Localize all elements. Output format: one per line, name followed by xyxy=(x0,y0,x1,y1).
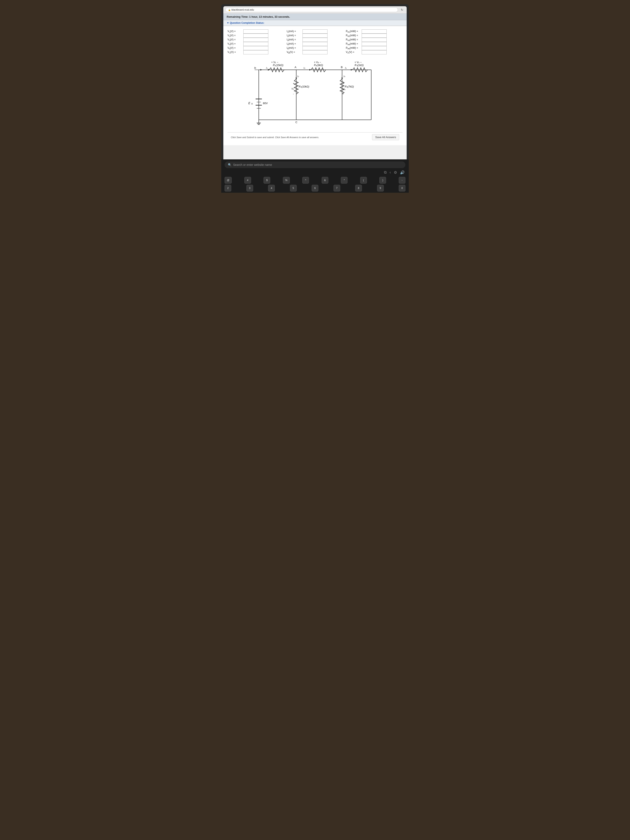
key-open-paren[interactable]: ( xyxy=(360,177,367,183)
input-row-v3: V3(V) = xyxy=(227,38,284,42)
save-all-answers-button[interactable]: Save All Answers xyxy=(372,134,399,140)
label-i5: I5(mA) = xyxy=(287,46,301,50)
chevron-left-icon[interactable]: ‹ xyxy=(390,170,391,175)
label-v4: V4(V) = xyxy=(227,42,242,46)
v4-minus: - xyxy=(343,93,344,95)
search-icon: 🔍 xyxy=(228,163,232,166)
reload-button[interactable]: ↻ xyxy=(399,8,404,12)
key-4[interactable]: 4 xyxy=(268,185,275,191)
input-vc[interactable] xyxy=(362,50,387,54)
input-row-pr5: PR5(mW) = xyxy=(346,46,403,50)
input-row-vc: VC(V) = xyxy=(346,50,403,54)
circuit-svg: E ≡ 80V R₁(15kΩ) I₁ xyxy=(242,57,388,130)
node-b-label: B xyxy=(341,66,343,69)
key-2[interactable]: 2 xyxy=(224,185,231,191)
completion-bar[interactable]: ▼ Question Completion Status: xyxy=(223,20,407,26)
input-row-i5: I5(mA) = xyxy=(287,46,343,50)
input-row-v4: V4(V) = xyxy=(227,42,284,46)
key-0[interactable]: 0 xyxy=(399,185,406,191)
i2-label: I₂ xyxy=(297,75,299,77)
middle-column: I1(mA) = I2(mA) = I3(mA) = I4(mA) = xyxy=(287,29,343,54)
v2-plus: + xyxy=(293,82,294,85)
input-vb[interactable] xyxy=(303,50,327,54)
label-v3: V3(V) = xyxy=(227,38,242,41)
input-i4[interactable] xyxy=(303,42,327,46)
input-i3[interactable] xyxy=(303,38,327,42)
label-vb: VB(V) = xyxy=(287,51,301,54)
input-row-i2: I2(mA) = xyxy=(287,33,343,38)
e-value-label: 80V xyxy=(263,102,268,105)
input-row-vb: VB(V) = xyxy=(287,50,343,54)
key-7[interactable]: 7 xyxy=(333,185,340,191)
input-pr1[interactable] xyxy=(362,29,387,33)
input-row-v2: V2(V) = xyxy=(227,33,284,38)
key-9[interactable]: 9 xyxy=(377,185,384,191)
input-pr4[interactable] xyxy=(362,42,387,46)
key-6[interactable]: 6 xyxy=(312,185,318,191)
key-hash[interactable]: # xyxy=(245,177,251,183)
timer-text: Remaining Time: 1 hour, 13 minutes, 33 s… xyxy=(227,15,290,18)
key-3[interactable]: 3 xyxy=(246,185,253,191)
label-i1: I1(mA) = xyxy=(287,30,301,33)
key-ampersand[interactable]: & xyxy=(322,177,328,183)
input-v5[interactable] xyxy=(243,46,268,50)
key-percent[interactable]: % xyxy=(283,177,290,183)
label-v1: V1(V) = xyxy=(227,30,242,33)
input-row-pr1: PR1(mW) = xyxy=(346,29,403,33)
key-asterisk[interactable]: * xyxy=(341,177,347,183)
input-v4[interactable] xyxy=(243,42,268,46)
label-pr1: PR1(mW) = xyxy=(346,30,360,33)
label-vc: VC(V) = xyxy=(346,51,360,54)
v5-label: + V₅ − xyxy=(355,61,362,64)
volume-icon[interactable]: 🔊 xyxy=(400,170,404,175)
label-pr5: PR5(mW) = xyxy=(346,46,360,50)
keyboard-bar: 🔍 Search or enter website name ⧉ ‹ ⚙ 🔊 @… xyxy=(221,159,409,193)
input-pr5[interactable] xyxy=(362,46,387,50)
r1-label: R₁(15kΩ) xyxy=(273,64,283,67)
input-row-pr4: PR4(mW) = xyxy=(346,42,403,46)
input-pr2[interactable] xyxy=(362,33,387,38)
address-bar[interactable]: 🔒 blackboard.ncat.edu xyxy=(226,8,398,12)
i4-arrow xyxy=(341,78,343,79)
input-row-i4: I4(mA) = xyxy=(287,42,343,46)
input-va[interactable] xyxy=(243,50,268,54)
r2-label: R₂(10kΩ) xyxy=(299,85,309,88)
label-i4: I4(mA) = xyxy=(287,42,301,46)
is-arrow xyxy=(261,69,262,71)
left-column: V1(V) = V2(V) = V3(V) = V4(V) = xyxy=(227,29,284,54)
input-i5[interactable] xyxy=(303,46,327,50)
input-pr3[interactable] xyxy=(362,38,387,42)
i3-label: I₃ xyxy=(303,67,305,69)
label-v5: V5(V) = xyxy=(227,46,242,50)
r5-label: R₅(1kΩ) xyxy=(355,64,363,67)
settings-icon[interactable]: ⚙ xyxy=(394,170,397,175)
key-caret[interactable]: ^ xyxy=(302,177,309,183)
i5-label: I₅ xyxy=(345,67,347,69)
input-grid: V1(V) = V2(V) = V3(V) = V4(V) = xyxy=(227,29,403,54)
input-v3[interactable] xyxy=(243,38,268,42)
battery-equal: ≡ xyxy=(251,102,253,105)
input-i2[interactable] xyxy=(303,33,327,38)
input-row-i3: I3(mA) = xyxy=(287,38,343,42)
v2-minus: - xyxy=(293,93,294,95)
i1-label: I₁ xyxy=(266,67,267,69)
input-v2[interactable] xyxy=(243,33,268,38)
input-row-pr3: PR3(mW) = xyxy=(346,38,403,42)
key-5[interactable]: 5 xyxy=(290,185,297,191)
footer-instructions: Click Save and Submit to save and submit… xyxy=(231,136,319,139)
tab-switcher-icon[interactable]: ⧉ xyxy=(384,170,387,175)
r3-label: R₃(3kΩ) xyxy=(314,64,323,67)
e-label: E xyxy=(248,101,250,105)
circuit-diagram: E ≡ 80V R₁(15kΩ) I₁ xyxy=(227,57,403,130)
key-close-paren[interactable]: ) xyxy=(379,177,386,183)
input-i1[interactable] xyxy=(303,29,327,33)
key-8[interactable]: 8 xyxy=(355,185,362,191)
key-dollar[interactable]: $ xyxy=(264,177,270,183)
key-at[interactable]: @ xyxy=(224,177,232,183)
key-minus[interactable]: - xyxy=(399,177,406,183)
browser-content: Remaining Time: 1 hour, 13 minutes, 33 s… xyxy=(223,14,407,159)
input-v1[interactable] xyxy=(243,29,268,33)
label-va: VA(V) = xyxy=(227,51,242,54)
url-bar-bottom[interactable]: 🔍 Search or enter website name xyxy=(224,161,406,168)
i2-arrow xyxy=(295,78,297,79)
